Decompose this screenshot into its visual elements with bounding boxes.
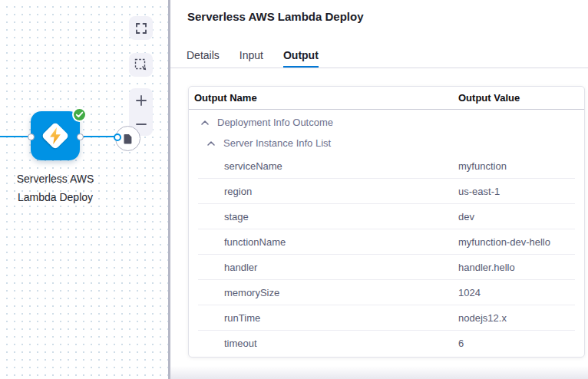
document-icon	[123, 133, 133, 144]
step-success-badge	[72, 107, 87, 122]
group-label: Deployment Info Outcome	[217, 117, 333, 128]
output-name-cell: timeout	[189, 338, 257, 349]
output-name-cell: stage	[189, 211, 249, 222]
table-row: timeout 6	[189, 331, 584, 356]
chevron-up-icon	[201, 120, 209, 125]
tab-details[interactable]: Details	[187, 42, 220, 68]
output-value-cell: 1024	[458, 287, 481, 298]
output-group-deployment-info-outcome[interactable]: Deployment Info Outcome	[189, 112, 584, 133]
edge-connector-out	[82, 136, 115, 137]
table-row: memorySize 1024	[189, 280, 584, 305]
column-header-output-name: Output Name	[194, 87, 257, 110]
output-value-cell: handler.hello	[458, 262, 515, 273]
output-name-cell: memorySize	[189, 287, 279, 298]
marquee-select-icon	[134, 58, 147, 71]
lambda-bolt-icon	[47, 127, 64, 145]
output-name-cell: runTime	[189, 312, 260, 324]
table-row: functionName myfunction-dev-hello	[189, 229, 584, 255]
tab-output[interactable]: Output	[283, 42, 319, 68]
output-group-server-instance-info-list[interactable]: Server Instance Info List	[189, 133, 584, 153]
plus-icon	[135, 94, 147, 107]
output-name-cell: handler	[189, 262, 257, 273]
output-value-cell: dev	[458, 211, 474, 222]
node-port-right	[77, 133, 84, 140]
edge-connector-in	[0, 136, 31, 137]
fit-to-screen-button[interactable]	[129, 16, 153, 40]
output-value-cell: us-east-1	[458, 186, 500, 197]
marquee-select-button[interactable]	[129, 53, 153, 77]
table-row: stage dev	[189, 204, 584, 229]
output-name-cell: functionName	[189, 236, 286, 248]
step-node-serverless-aws-lambda-deploy[interactable]	[31, 111, 80, 160]
panel-title: Serverless AWS Lambda Deploy	[187, 10, 364, 23]
column-header-output-value: Output Value	[458, 87, 520, 110]
tabbar-divider	[170, 68, 588, 68]
output-name-cell: serviceName	[189, 160, 282, 172]
output-value-cell: myfunction-dev-hello	[458, 236, 550, 248]
output-value-cell: 6	[458, 338, 464, 349]
table-row: region us-east-1	[189, 179, 584, 204]
step-details-panel: Serverless AWS Lambda Deploy Details Inp…	[170, 0, 588, 379]
group-label: Server Instance Info List	[223, 137, 331, 149]
node-port-left	[28, 133, 35, 140]
output-value-cell: nodejs12.x	[458, 312, 507, 324]
edge-add-port[interactable]	[114, 133, 121, 141]
table-row: serviceName myfunction	[189, 153, 584, 179]
tab-input[interactable]: Input	[239, 42, 263, 68]
output-table-header: Output Name Output Value	[189, 87, 584, 110]
panel-footer-fade	[170, 366, 588, 379]
fullscreen-icon	[135, 22, 147, 35]
output-value-cell: myfunction	[458, 160, 507, 172]
minus-icon	[135, 118, 147, 130]
node-label: Serverless AWS Lambda Deploy	[6, 170, 104, 206]
pipeline-canvas[interactable]: Serverless AWS Lambda Deploy	[0, 0, 170, 379]
table-row: runTime nodejs12.x	[189, 305, 584, 331]
success-check-icon	[75, 111, 84, 118]
panel-tabs: Details Input Output	[187, 42, 319, 68]
output-table: Output Name Output Value Deployment Info…	[188, 86, 585, 358]
table-row: handler handler.hello	[189, 255, 584, 280]
zoom-in-button[interactable]	[129, 88, 153, 112]
output-name-cell: region	[189, 186, 252, 197]
chevron-up-icon	[207, 141, 215, 146]
